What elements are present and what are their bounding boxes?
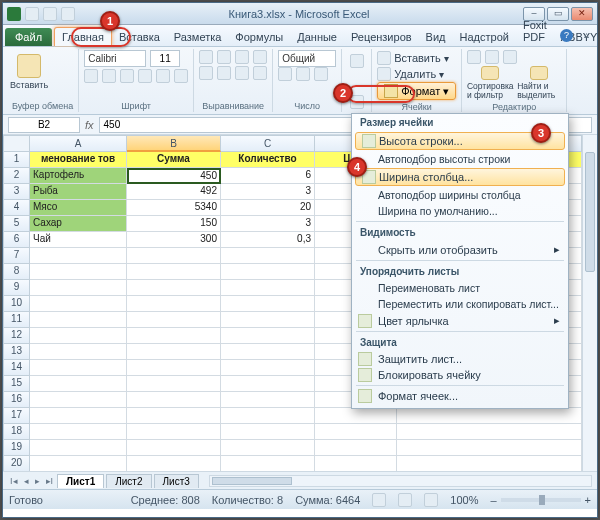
font-name-combo[interactable]: Calibri — [84, 50, 146, 67]
menu-hide-unhide[interactable]: Скрыть или отобразить▸ — [352, 241, 568, 258]
row-head[interactable]: 14 — [3, 360, 30, 376]
zoom-level[interactable]: 100% — [450, 494, 478, 506]
excel-icon — [7, 7, 21, 21]
menu-tab-color[interactable]: Цвет ярлычка▸ — [352, 312, 568, 329]
help-icon[interactable]: ? — [560, 29, 573, 42]
fill-color-icon[interactable] — [156, 69, 170, 83]
comma-icon[interactable] — [314, 67, 328, 81]
tab-layout[interactable]: Разметка — [167, 28, 229, 46]
menu-rename-sheet[interactable]: Переименовать лист — [352, 280, 568, 296]
percent-icon[interactable] — [296, 67, 310, 81]
col-head-C[interactable]: C — [221, 135, 315, 152]
align-left-icon[interactable] — [199, 66, 213, 80]
cells-delete-button[interactable]: Удалить ▾ — [377, 66, 456, 82]
name-box[interactable]: B2 — [8, 117, 80, 133]
col-head-A[interactable]: A — [30, 135, 127, 152]
undo-icon[interactable] — [43, 7, 57, 21]
row-head[interactable]: 4 — [3, 200, 30, 216]
row-head[interactable]: 16 — [3, 392, 30, 408]
menu-autofit-col[interactable]: Автоподбор ширины столбца — [352, 187, 568, 203]
view-break-icon[interactable] — [424, 493, 438, 507]
align-top-icon[interactable] — [199, 50, 213, 64]
view-layout-icon[interactable] — [398, 493, 412, 507]
menu-default-width[interactable]: Ширина по умолчанию... — [352, 203, 568, 219]
menu-col-width[interactable]: Ширина столбца... — [355, 168, 565, 186]
merge-icon[interactable] — [253, 66, 267, 80]
row-head[interactable]: 15 — [3, 376, 30, 392]
menu-autofit-row[interactable]: Автоподбор высоты строки — [352, 151, 568, 167]
row-head[interactable]: 1 — [3, 152, 30, 168]
tab-file[interactable]: Файл — [5, 28, 52, 46]
clear-icon[interactable] — [503, 50, 517, 64]
redo-icon[interactable] — [61, 7, 75, 21]
menu-format-cells[interactable]: Формат ячеек... — [352, 388, 568, 404]
bold-icon[interactable] — [84, 69, 98, 83]
row-head[interactable]: 12 — [3, 328, 30, 344]
align-right-icon[interactable] — [235, 66, 249, 80]
row-head[interactable]: 5 — [3, 216, 30, 232]
tab-addins[interactable]: Надстрой — [453, 28, 516, 46]
cells-format-button[interactable]: Формат ▾ — [377, 82, 456, 100]
fx-icon[interactable]: fx — [85, 119, 94, 131]
menu-protect-sheet[interactable]: Защитить лист... — [352, 351, 568, 367]
underline-icon[interactable] — [120, 69, 134, 83]
row-head[interactable]: 2 — [3, 168, 30, 184]
menu-move-copy[interactable]: Переместить или скопировать лист... — [352, 296, 568, 312]
align-mid-icon[interactable] — [217, 50, 231, 64]
tab-foxit[interactable]: Foxit PDF — [516, 16, 554, 46]
sheet-nav-prev[interactable]: ◂ — [22, 476, 31, 486]
italic-icon[interactable] — [102, 69, 116, 83]
group-editing: Сортировка и фильтр Найти и выделить Ред… — [462, 49, 567, 112]
sort-filter-button[interactable]: Сортировка и фильтр — [467, 66, 513, 100]
align-center-icon[interactable] — [217, 66, 231, 80]
row-head[interactable]: 17 — [3, 408, 30, 424]
tab-home[interactable]: Главная — [54, 27, 112, 46]
row-head[interactable]: 18 — [3, 424, 30, 440]
row-head[interactable]: 13 — [3, 344, 30, 360]
align-bot-icon[interactable] — [235, 50, 249, 64]
sheet-nav-first[interactable]: I◂ — [8, 476, 20, 486]
row-head[interactable]: 20 — [3, 456, 30, 471]
sheet-nav-last[interactable]: ▸I — [44, 476, 56, 486]
row-head[interactable]: 3 — [3, 184, 30, 200]
font-size-combo[interactable]: 11 — [150, 50, 180, 67]
col-head-B[interactable]: B — [127, 135, 221, 152]
cells-insert-button[interactable]: Вставить ▾ — [377, 50, 456, 66]
close-button[interactable]: ✕ — [571, 7, 593, 21]
save-icon[interactable] — [25, 7, 39, 21]
collapse-ribbon-icon[interactable]: ▵ — [584, 29, 589, 40]
row-head[interactable]: 11 — [3, 312, 30, 328]
view-normal-icon[interactable] — [372, 493, 386, 507]
tab-insert[interactable]: Вставка — [112, 28, 167, 46]
row-head[interactable]: 9 — [3, 280, 30, 296]
select-all-corner[interactable] — [3, 135, 30, 152]
menu-lock-cell[interactable]: Блокировать ячейку — [352, 367, 568, 383]
font-color-icon[interactable] — [174, 69, 188, 83]
wrap-icon[interactable] — [253, 50, 267, 64]
vertical-scrollbar[interactable] — [582, 135, 597, 471]
autosum-icon[interactable] — [467, 50, 481, 64]
fill-icon[interactable] — [485, 50, 499, 64]
sheet-tab-3[interactable]: Лист3 — [154, 474, 199, 488]
cond-fmt-icon[interactable] — [350, 54, 364, 68]
border-icon[interactable] — [138, 69, 152, 83]
sheet-tab-1[interactable]: Лист1 — [57, 474, 104, 488]
paste-button[interactable]: Вставить — [12, 50, 46, 94]
find-select-button[interactable]: Найти и выделить — [517, 66, 561, 100]
tab-review[interactable]: Рецензиров — [344, 28, 419, 46]
zoom-slider[interactable]: –+ — [490, 494, 591, 506]
tab-data[interactable]: Данные — [290, 28, 344, 46]
number-format-combo[interactable]: Общий — [278, 50, 336, 67]
row-head[interactable]: 19 — [3, 440, 30, 456]
row-head[interactable]: 6 — [3, 232, 30, 248]
currency-icon[interactable] — [278, 67, 292, 81]
tab-view[interactable]: Вид — [419, 28, 453, 46]
row-head[interactable]: 8 — [3, 264, 30, 280]
tab-formulas[interactable]: Формулы — [228, 28, 290, 46]
lock-icon — [358, 368, 372, 382]
row-head[interactable]: 7 — [3, 248, 30, 264]
horizontal-scrollbar[interactable] — [209, 475, 592, 487]
sheet-nav-next[interactable]: ▸ — [33, 476, 42, 486]
sheet-tab-2[interactable]: Лист2 — [106, 474, 151, 488]
row-head[interactable]: 10 — [3, 296, 30, 312]
